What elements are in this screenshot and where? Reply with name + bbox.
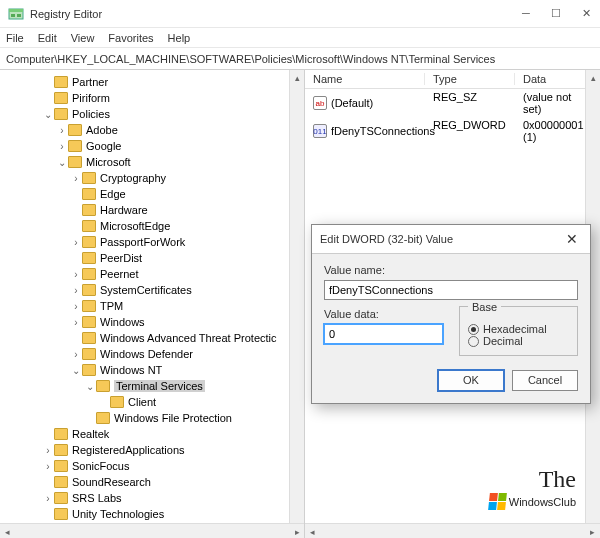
tree-label: MicrosoftEdge [100,220,170,232]
folder-icon [96,380,110,392]
tree-label: SRS Labs [72,492,122,504]
expand-icon[interactable]: › [70,301,82,312]
menu-favorites[interactable]: Favorites [108,32,153,44]
svg-rect-2 [11,14,15,17]
tree-item[interactable]: ⌄Policies [0,106,304,122]
value-data-input[interactable] [324,324,443,344]
expand-icon[interactable]: › [70,173,82,184]
scroll-right-icon[interactable]: ▸ [585,524,600,538]
radio-hex[interactable] [468,324,479,335]
tree-item[interactable]: ›SRS Labs [0,490,304,506]
radio-dec-row[interactable]: Decimal [468,335,569,347]
tree-item[interactable]: Unity Technologies [0,506,304,522]
tree-item[interactable]: ⌄Windows NT [0,362,304,378]
tree-label: RegisteredApplications [72,444,185,456]
menu-view[interactable]: View [71,32,95,44]
cancel-button[interactable]: Cancel [512,370,578,391]
tree-item[interactable]: SoundResearch [0,474,304,490]
tree-pane[interactable]: PartnerPiriform⌄Policies›Adobe›Google⌄Mi… [0,70,305,538]
close-button[interactable]: ✕ [580,7,592,20]
tree-label: Windows Advanced Threat Protectic [100,332,277,344]
tree-item[interactable]: Realtek [0,426,304,442]
expand-icon[interactable]: ⌄ [42,109,54,120]
expand-icon[interactable]: › [42,445,54,456]
ok-button[interactable]: OK [438,370,504,391]
expand-icon[interactable]: › [56,125,68,136]
tree-label: PassportForWork [100,236,185,248]
scroll-up-icon[interactable]: ▴ [586,70,600,85]
tree-item[interactable]: Partner [0,74,304,90]
expand-icon[interactable]: › [70,317,82,328]
tree-item[interactable]: ⌄Microsoft [0,154,304,170]
col-name[interactable]: Name [305,73,425,85]
menu-file[interactable]: File [6,32,24,44]
tree-item[interactable]: ›TPM [0,298,304,314]
title-bar: Registry Editor ─ ☐ ✕ [0,0,600,28]
tree-item[interactable]: PeerDist [0,250,304,266]
tree-item[interactable]: ›SonicFocus [0,458,304,474]
menu-help[interactable]: Help [168,32,191,44]
expand-icon[interactable]: › [70,237,82,248]
expand-icon[interactable]: › [70,349,82,360]
tree-item[interactable]: ›Google [0,138,304,154]
window-title: Registry Editor [30,8,520,20]
scroll-up-icon[interactable]: ▴ [290,70,305,85]
edit-dword-dialog: Edit DWORD (32-bit) Value ✕ Value name: … [311,224,591,404]
tree-item[interactable]: ›SystemCertificates [0,282,304,298]
tree-item[interactable]: MicrosoftEdge [0,218,304,234]
expand-icon[interactable]: ⌄ [56,157,68,168]
expand-icon[interactable]: › [70,269,82,280]
maximize-button[interactable]: ☐ [550,7,562,20]
minimize-button[interactable]: ─ [520,7,532,20]
tree-hscrollbar[interactable]: ◂▸ [0,523,305,538]
list-row[interactable]: 011fDenyTSConnectionsREG_DWORD0x00000001… [305,117,600,145]
tree-label: Realtek [72,428,109,440]
value-name-input[interactable] [324,280,578,300]
expand-icon[interactable]: ⌄ [84,381,96,392]
scroll-left-icon[interactable]: ◂ [0,524,15,538]
tree-item[interactable]: ⌄Terminal Services [0,378,304,394]
expand-icon[interactable]: › [70,285,82,296]
menu-edit[interactable]: Edit [38,32,57,44]
tree-label: Edge [100,188,126,200]
svg-rect-1 [9,9,23,12]
list-row[interactable]: ab(Default)REG_SZ(value not set) [305,89,600,117]
tree-item[interactable]: ›Adobe [0,122,304,138]
folder-icon [82,252,96,264]
expand-icon[interactable]: › [56,141,68,152]
svg-rect-3 [17,14,21,17]
tree-item[interactable]: Windows File Protection [0,410,304,426]
value-type: REG_DWORD [425,119,515,143]
tree-item[interactable]: Piriform [0,90,304,106]
folder-icon [68,124,82,136]
folder-icon [54,492,68,504]
folder-icon [54,76,68,88]
list-hscrollbar[interactable]: ◂ ▸ [305,523,600,538]
address-bar[interactable]: Computer\HKEY_LOCAL_MACHINE\SOFTWARE\Pol… [0,48,600,70]
tree-item[interactable]: Client [0,394,304,410]
tree-item[interactable]: ›PassportForWork [0,234,304,250]
radio-hex-row[interactable]: Hexadecimal [468,323,569,335]
tree-item[interactable]: ›Windows [0,314,304,330]
expand-icon[interactable]: › [42,493,54,504]
expand-icon[interactable]: ⌄ [70,365,82,376]
tree-item[interactable]: ›Cryptography [0,170,304,186]
expand-icon[interactable]: › [42,461,54,472]
tree-item[interactable]: ›RegisteredApplications [0,442,304,458]
dialog-close-button[interactable]: ✕ [562,231,582,247]
tree-label: Client [128,396,156,408]
folder-icon [82,268,96,280]
col-type[interactable]: Type [425,73,515,85]
tree-label: TPM [100,300,123,312]
tree-item[interactable]: Windows Advanced Threat Protectic [0,330,304,346]
tree-item[interactable]: Edge [0,186,304,202]
tree-vscrollbar[interactable]: ▴▾ [289,70,304,538]
dialog-titlebar[interactable]: Edit DWORD (32-bit) Value ✕ [312,225,590,254]
tree-item[interactable]: ›Windows Defender [0,346,304,362]
scroll-right-icon[interactable]: ▸ [290,524,305,538]
tree-item[interactable]: Hardware [0,202,304,218]
scroll-left-icon[interactable]: ◂ [305,524,320,538]
tree-item[interactable]: ›Peernet [0,266,304,282]
radio-dec[interactable] [468,336,479,347]
windows-flag-icon [488,493,507,510]
